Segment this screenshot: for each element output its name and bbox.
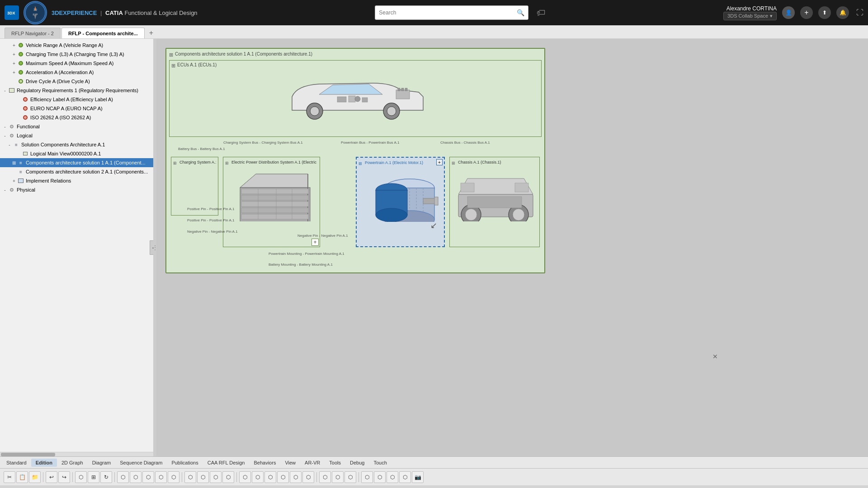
vehicle-sketch bbox=[274, 70, 437, 128]
chassis-box[interactable]: ⊞ Chassis A.1 (Chassis.1) bbox=[449, 157, 540, 247]
close-diagram-btn[interactable]: ✕ bbox=[712, 353, 718, 360]
powertrain-expand-btn[interactable]: + bbox=[436, 159, 443, 165]
tb7[interactable]: ⬡ bbox=[155, 471, 167, 483]
tree-icon-circle-red bbox=[22, 114, 29, 121]
paste-button[interactable]: 📁 bbox=[29, 471, 41, 483]
tb15[interactable]: ⬡ bbox=[264, 471, 276, 483]
select-button[interactable]: ⬡ bbox=[75, 471, 87, 483]
tb14[interactable]: ⬡ bbox=[252, 471, 264, 483]
scrollbar-thumb[interactable] bbox=[1, 453, 55, 456]
tree-item[interactable]: ≡ Components architecture solution 2 A.1… bbox=[0, 167, 153, 176]
tree-expand[interactable]: + bbox=[11, 60, 17, 66]
tb8[interactable]: ⬡ bbox=[168, 471, 179, 483]
tab-rflp-navigator[interactable]: RFLP Navigator - 2 bbox=[5, 28, 61, 38]
tree-expand[interactable]: + bbox=[11, 51, 17, 57]
tb10[interactable]: ⬡ bbox=[197, 471, 209, 483]
tb4[interactable]: ⬡ bbox=[117, 471, 129, 483]
tree-expand[interactable]: - bbox=[2, 132, 8, 139]
tree-expand[interactable]: + bbox=[11, 69, 17, 75]
menu-tools[interactable]: Tools bbox=[325, 459, 345, 467]
tb16[interactable]: ⬡ bbox=[277, 471, 289, 483]
tree-item[interactable]: - ≡ Solution Components Architecture A.1 bbox=[0, 140, 153, 149]
tb25[interactable]: ⬡ bbox=[399, 471, 411, 483]
ecus-title: ECUs A.1 (ECUs.1) bbox=[177, 62, 217, 67]
tree-item[interactable]: + Charging Time (L3) A (Charging Time (L… bbox=[0, 50, 153, 59]
horizontal-scrollbar[interactable] bbox=[0, 452, 153, 456]
tb23[interactable]: ⬡ bbox=[374, 471, 386, 483]
search-input[interactable] bbox=[379, 9, 517, 16]
menu-diagram[interactable]: Diagram bbox=[88, 459, 116, 467]
tb13[interactable]: ⬡ bbox=[239, 471, 251, 483]
tb18[interactable]: ⬡ bbox=[302, 471, 314, 483]
tb21[interactable]: ⬡ bbox=[344, 471, 356, 483]
menu-touch[interactable]: Touch bbox=[369, 459, 391, 467]
share-button[interactable]: ⬆ bbox=[818, 6, 831, 19]
menu-standard[interactable]: Standard bbox=[2, 459, 31, 467]
menu-view[interactable]: View bbox=[280, 459, 300, 467]
tree-item[interactable]: - ⚙ Functional bbox=[0, 122, 153, 131]
tree-expand[interactable]: ⊞ bbox=[11, 160, 17, 166]
tree-item[interactable]: + Acceleration A (Acceleration A) bbox=[0, 68, 153, 77]
redo-button[interactable]: ↪ bbox=[58, 471, 70, 483]
powertrain-box[interactable]: ⊞ Powertrain A.1 (Electric Motor.1) + bbox=[356, 157, 445, 247]
compass-widget[interactable]: 3D EXP bbox=[24, 1, 47, 24]
tb5[interactable]: ⬡ bbox=[130, 471, 142, 483]
tree-expand[interactable]: - bbox=[6, 141, 13, 148]
menu-edition[interactable]: Edition bbox=[31, 459, 57, 467]
tb6[interactable]: ⬡ bbox=[142, 471, 154, 483]
tree-item[interactable]: + Vehicle Range A (Vehicle Range A) bbox=[0, 41, 153, 50]
tree-item[interactable]: - Regulatory Requirements 1 (Regulatory … bbox=[0, 86, 153, 95]
menu-debug[interactable]: Debug bbox=[345, 459, 369, 467]
epds-expand-btn[interactable]: + bbox=[311, 239, 319, 246]
tree-item[interactable]: - ⚙ Physical bbox=[0, 185, 153, 194]
tree-expand[interactable]: - bbox=[2, 87, 8, 94]
search-bar[interactable]: 🔍 bbox=[375, 5, 528, 20]
tb19[interactable]: ⬡ bbox=[319, 471, 331, 483]
menu-behaviors[interactable]: Behaviors bbox=[249, 459, 280, 467]
canvas-area[interactable]: ⊞ Components architecture solution 1 A.1… bbox=[156, 39, 868, 456]
tb9[interactable]: ⬡ bbox=[184, 471, 196, 483]
cut-button[interactable]: ✂ bbox=[4, 471, 15, 483]
menu-arvr[interactable]: AR-VR bbox=[300, 459, 325, 467]
menu-caa[interactable]: CAA RFL Design bbox=[203, 459, 250, 467]
copy-button[interactable]: 📋 bbox=[16, 471, 28, 483]
tb12[interactable]: ⬡ bbox=[222, 471, 234, 483]
rotate-button[interactable]: ↻ bbox=[100, 471, 112, 483]
tree-item[interactable]: - ⚙ Logical bbox=[0, 131, 153, 140]
tb20[interactable]: ⬡ bbox=[332, 471, 344, 483]
tree-label: Functional bbox=[17, 124, 40, 129]
menu-2dgraph[interactable]: 2D Graph bbox=[57, 459, 88, 467]
move-button[interactable]: ⊞ bbox=[88, 471, 99, 483]
tb22[interactable]: ⬡ bbox=[361, 471, 373, 483]
expand-icon[interactable]: ⛶ bbox=[856, 9, 863, 17]
search-icon[interactable]: 🔍 bbox=[517, 9, 524, 16]
notifications-button[interactable]: 🔔 bbox=[836, 6, 849, 19]
tree-expand[interactable]: - bbox=[2, 123, 8, 130]
menu-sequence[interactable]: Sequence Diagram bbox=[115, 459, 167, 467]
tree-expand[interactable]: + bbox=[11, 42, 17, 48]
tree-item-selected[interactable]: ⊞ ≡ Components architecture solution 1 A… bbox=[0, 158, 153, 167]
tab-add-button[interactable]: + bbox=[146, 28, 157, 38]
tab-rflp-components[interactable]: RFLP - Components archite... bbox=[61, 28, 145, 38]
undo-button[interactable]: ↩ bbox=[46, 471, 57, 483]
tb24[interactable]: ⬡ bbox=[387, 471, 398, 483]
camera-button[interactable]: 📷 bbox=[412, 471, 424, 483]
tree-item[interactable]: Drive Cycle A (Drive Cycle A) bbox=[0, 77, 153, 86]
tree-item[interactable]: Logical Main View00000200 A.1 bbox=[0, 149, 153, 158]
tree-item[interactable]: EURO NCAP A (EURO NCAP A) bbox=[0, 104, 153, 113]
user-avatar[interactable]: 👤 bbox=[782, 6, 795, 19]
menu-publications[interactable]: Publications bbox=[167, 459, 203, 467]
tree-label-selected: Components architecture solution 1 A.1 (… bbox=[26, 160, 146, 165]
collab-space[interactable]: 3DS Collab Space ▾ bbox=[723, 12, 777, 20]
tree-item[interactable]: Efficiency Label A (Efficiency Label A) bbox=[0, 95, 153, 104]
panel-collapse-button[interactable]: ‹ bbox=[150, 240, 154, 255]
tree-expand[interactable]: + bbox=[11, 178, 17, 184]
tb17[interactable]: ⬡ bbox=[290, 471, 302, 483]
tree-expand[interactable]: - bbox=[2, 187, 8, 193]
add-button[interactable]: + bbox=[800, 6, 813, 19]
tb11[interactable]: ⬡ bbox=[210, 471, 222, 483]
tree-item[interactable]: ISO 26262 A (ISO 26262 A) bbox=[0, 113, 153, 122]
bookmark-icon[interactable]: 🏷 bbox=[537, 8, 546, 18]
tree-item[interactable]: + Implement Relations bbox=[0, 176, 153, 185]
tree-item[interactable]: + Maximum Speed A (Maximum Speed A) bbox=[0, 59, 153, 68]
